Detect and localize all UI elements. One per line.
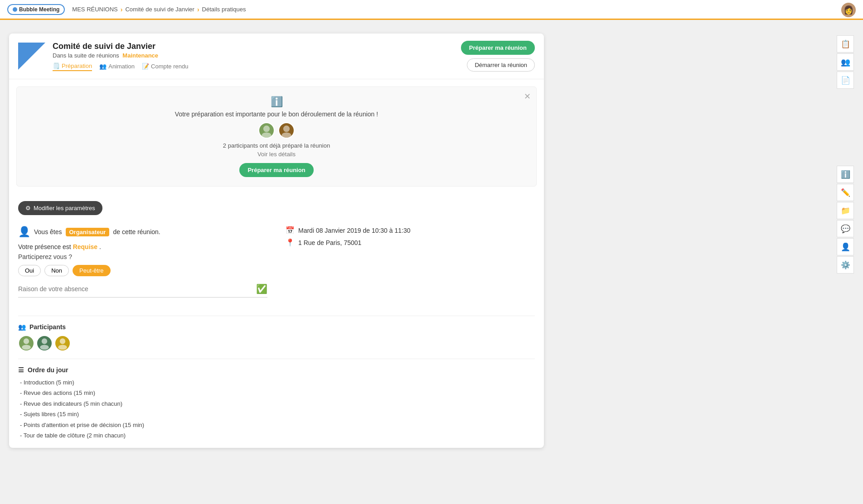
breadcrumb-sep-1: › bbox=[121, 6, 123, 13]
start-meeting-button[interactable]: Démarrer la réunion bbox=[467, 58, 535, 72]
participe-line: Participerez vous ? bbox=[18, 253, 267, 260]
role-prefix: Vous êtes bbox=[34, 228, 62, 235]
ordre-item-5: - Tour de table de clôture (2 min chacun… bbox=[20, 430, 535, 441]
tab-preparation[interactable]: 🗒️ Préparation bbox=[53, 62, 92, 71]
participant-1[interactable] bbox=[18, 335, 34, 351]
svg-point-0 bbox=[263, 125, 270, 132]
avatar-icon: 👩 bbox=[844, 5, 853, 15]
triangle-decoration bbox=[18, 43, 45, 70]
radio-non[interactable]: Non bbox=[44, 265, 69, 276]
participant-2[interactable] bbox=[36, 335, 53, 351]
tab-animation[interactable]: 👥 Animation bbox=[99, 62, 135, 71]
presence-prefix: Votre présence est bbox=[18, 243, 71, 250]
tab-animation-label: Animation bbox=[108, 63, 135, 70]
svg-point-6 bbox=[42, 338, 47, 344]
alert-banner: ✕ ℹ️ Votre préparation est importante po… bbox=[16, 86, 537, 187]
user-avatar[interactable]: 👩 bbox=[841, 3, 856, 17]
ordre-item-3: - Sujets libres (15 min) bbox=[20, 409, 535, 419]
top-navigation: Bubble Meeting MES RÉUNIONS › Comité de … bbox=[0, 0, 863, 20]
svg-point-1 bbox=[262, 132, 271, 138]
user-mgmt-icon-btn[interactable]: 👤 bbox=[837, 238, 854, 255]
svg-point-7 bbox=[40, 345, 49, 350]
card-header-left: Comité de suivi de Janvier Dans la suite… bbox=[18, 42, 461, 71]
form-right: 📅 Mardi 08 Janvier 2019 de 10:30 à 11:30… bbox=[286, 226, 535, 307]
alert-text: Votre préparation est importante pour le… bbox=[26, 110, 527, 118]
svg-point-2 bbox=[283, 125, 290, 132]
ordre-item-0: - Introduction (5 min) bbox=[20, 377, 535, 388]
participants-section: 👥 Participants bbox=[18, 323, 535, 351]
ordre-item-1: - Revue des actions (15 min) bbox=[20, 388, 535, 398]
radio-oui[interactable]: Oui bbox=[18, 265, 41, 276]
modifier-params-label: Modifier les paramètres bbox=[34, 205, 95, 211]
ordre-item-4: - Points d'attention et prise de décisio… bbox=[20, 420, 535, 430]
card-tabs: 🗒️ Préparation 👥 Animation 📝 Compte rend… bbox=[53, 62, 188, 71]
breadcrumb-sep-2: › bbox=[197, 6, 199, 13]
presence-value: Requise bbox=[73, 243, 97, 250]
cr-tab-icon: 📝 bbox=[142, 63, 149, 70]
prepare-meeting-button[interactable]: Préparer ma réunion bbox=[461, 41, 535, 55]
ordre-section: ☰ Ordre du jour - Introduction (5 min) -… bbox=[18, 366, 535, 441]
tab-compte-rendu[interactable]: 📝 Compte rendu bbox=[142, 62, 188, 71]
location-label: 1 Rue de Paris, 75001 bbox=[298, 239, 361, 246]
radio-peut-etre[interactable]: Peut-être bbox=[73, 265, 110, 276]
clipboard-icon-btn[interactable]: 📋 bbox=[837, 35, 854, 53]
date-label: Mardi 08 Janvier 2019 de 10:30 à 11:30 bbox=[298, 227, 411, 234]
svg-point-4 bbox=[24, 338, 29, 344]
suite-link[interactable]: Maintenance bbox=[122, 52, 158, 59]
main-card: Comité de suivi de Janvier Dans la suite… bbox=[9, 34, 544, 448]
suite-prefix: Dans la suite de réunions bbox=[53, 52, 119, 59]
tab-preparation-label: Préparation bbox=[62, 62, 92, 69]
svg-point-5 bbox=[22, 345, 31, 350]
form-section: 👤 Vous êtes Organisateur de cette réunio… bbox=[18, 226, 535, 307]
location-line: 📍 1 Rue de Paris, 75001 bbox=[286, 238, 535, 247]
logo[interactable]: Bubble Meeting bbox=[7, 4, 65, 15]
svg-point-8 bbox=[60, 338, 65, 344]
modifier-params-button[interactable]: ⚙ Modifier les paramètres bbox=[18, 201, 102, 215]
content-area: ⚙ Modifier les paramètres 👤 Vous êtes Or… bbox=[9, 194, 544, 448]
card-header-buttons: Préparer ma réunion Démarrer la réunion bbox=[461, 41, 535, 72]
participant-avatar-1 bbox=[258, 122, 275, 139]
meeting-title: Comité de suivi de Janvier bbox=[53, 42, 188, 51]
role-badge: Organisateur bbox=[66, 228, 110, 236]
ordre-item-2: - Revue des indicateurs (5 min chacun) bbox=[20, 398, 535, 409]
card-title-area: Comité de suivi de Janvier Dans la suite… bbox=[53, 42, 188, 71]
presence-line: Votre présence est Requise . bbox=[18, 243, 267, 250]
alert-info-icon: ℹ️ bbox=[26, 96, 527, 108]
ordre-icon: ☰ bbox=[18, 366, 24, 374]
breadcrumb-details: Détails pratiques bbox=[202, 6, 246, 13]
divider-2 bbox=[18, 359, 535, 359]
absence-field: ✅ bbox=[18, 283, 267, 298]
chat-icon-btn[interactable]: 💬 bbox=[837, 220, 854, 237]
preparation-tab-icon: 🗒️ bbox=[53, 62, 60, 69]
participant-3[interactable] bbox=[54, 335, 71, 351]
settings-icon-btn[interactable]: ⚙️ bbox=[837, 256, 854, 274]
role-line: 👤 Vous êtes Organisateur de cette réunio… bbox=[18, 226, 267, 238]
user-role-icon: 👤 bbox=[18, 226, 30, 238]
tab-cr-label: Compte rendu bbox=[151, 63, 188, 70]
ordre-title: ☰ Ordre du jour bbox=[18, 366, 535, 374]
svg-point-3 bbox=[281, 132, 291, 138]
logo-text: Bubble Meeting bbox=[19, 6, 59, 13]
participants-avatars bbox=[18, 335, 535, 351]
close-alert-button[interactable]: ✕ bbox=[524, 91, 531, 101]
folder-icon-btn[interactable]: 📁 bbox=[837, 202, 854, 219]
edit-icon-btn[interactable]: ✏️ bbox=[837, 184, 854, 201]
breadcrumb: MES RÉUNIONS › Comité de suivi de Janvie… bbox=[72, 6, 246, 13]
already-prepared-text: 2 participants ont déjà préparé la réuni… bbox=[26, 142, 527, 149]
alert-prepare-button[interactable]: Préparer ma réunion bbox=[239, 163, 313, 177]
absence-input[interactable] bbox=[18, 285, 256, 293]
participants-icon: 👥 bbox=[18, 323, 26, 331]
participants-label: Participants bbox=[29, 323, 66, 331]
info-icon-btn[interactable]: ℹ️ bbox=[837, 166, 854, 183]
radio-group: Oui Non Peut-être bbox=[18, 265, 267, 276]
participants-icon-btn[interactable]: 👥 bbox=[837, 53, 854, 71]
breadcrumb-mes-reunions[interactable]: MES RÉUNIONS bbox=[72, 6, 117, 13]
gear-icon: ⚙ bbox=[25, 205, 31, 211]
ordre-label: Ordre du jour bbox=[28, 366, 68, 374]
date-line: 📅 Mardi 08 Janvier 2019 de 10:30 à 11:30 bbox=[286, 226, 535, 235]
participant-avatar-2 bbox=[278, 122, 295, 139]
participants-title: 👥 Participants bbox=[18, 323, 535, 331]
voir-details-link[interactable]: Voir les détails bbox=[26, 151, 527, 158]
breadcrumb-comite[interactable]: Comité de suivi de Janvier bbox=[125, 6, 194, 13]
document-icon-btn[interactable]: 📄 bbox=[837, 72, 854, 89]
